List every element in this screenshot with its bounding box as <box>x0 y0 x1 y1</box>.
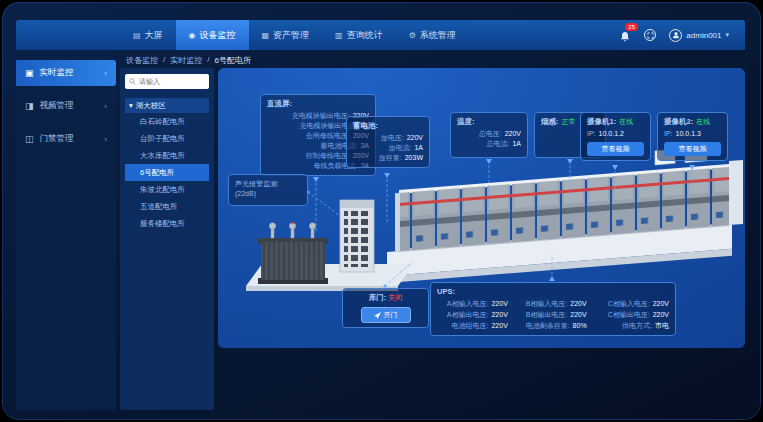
unlock-icon <box>374 312 381 319</box>
metric-label: B相输入电压: <box>516 299 567 309</box>
door-status: 关闭 <box>388 294 402 301</box>
chevron-right-icon: › <box>104 69 107 78</box>
tree-item-substation[interactable]: 五道配电所 <box>125 198 209 215</box>
tree-group-label: 湖大校区 <box>136 101 166 111</box>
metric-label: 放电压: <box>353 133 404 143</box>
ip-label: IP: <box>587 129 596 139</box>
metric-value: 220V <box>570 310 586 320</box>
tree-item-substation[interactable]: 服务楼配电所 <box>125 215 209 232</box>
metric-label: 控制母线电压: <box>267 151 350 161</box>
metric-label: 充电模块输出电压: <box>267 111 350 121</box>
fullscreen-icon[interactable] <box>644 29 656 41</box>
metric-value: 220V <box>491 299 507 309</box>
metric-label: 放容量: <box>353 153 402 163</box>
battery-panel-info: 蓄电池: 放电压:220V 放电流:1A 放容量:203W <box>346 116 430 168</box>
camera1-info: 摄像机1:在线 IP:10.0.1.2 查看视频 <box>580 112 651 161</box>
sidebar-item-label: 视频管理 <box>40 100 74 112</box>
metric-label: 母线负载电流: <box>267 161 357 171</box>
user-menu[interactable]: admin001 ▾ <box>669 29 729 42</box>
top-navbar: ▤ 大屏 ◉ 设备监控 ▦ 资产管理 ▥ 查询统计 ⚙ 系统管理 <box>16 20 745 50</box>
metric-value: 220V <box>407 133 423 143</box>
sidebar-item-realtime-monitoring[interactable]: ▣ 实时监控 › <box>16 60 116 86</box>
metric-label: 电池剩余容量: <box>516 321 570 331</box>
ups-metrics-grid: A相输入电压:220V B相输入电压:220V C相输入电压:220V A相输出… <box>437 299 669 331</box>
open-door-label: 开门 <box>384 310 398 320</box>
metric-value: 220V <box>570 299 586 309</box>
info-row: 总电压:220V <box>457 129 521 139</box>
metric-label: 供电方式: <box>595 321 652 331</box>
tab-label: 设备监控 <box>200 29 236 42</box>
metric-label: C相输出电压: <box>595 310 650 320</box>
tab-system-management[interactable]: ⚙ 系统管理 <box>396 20 469 50</box>
metric-value: 1A <box>512 139 521 149</box>
connector-arrows <box>306 159 695 288</box>
chevron-right-icon: › <box>104 102 107 111</box>
tab-query-statistics[interactable]: ▥ 查询统计 <box>322 20 396 50</box>
metric-label: A相输出电压: <box>437 310 488 320</box>
panel-title: 温度: <box>457 117 521 127</box>
breadcrumb-item[interactable]: 设备监控 <box>126 55 158 66</box>
tree-item-substation[interactable]: 大水库配电所 <box>125 147 209 164</box>
sidebar-item-label: 实时监控 <box>40 67 74 79</box>
nav-right-tools: 25 admin001 ▾ <box>619 20 745 50</box>
left-sidebar: ▣ 实时监控 › ◨ 视频管理 › ◫ 门禁管理 › <box>16 50 116 410</box>
tab-dashboard[interactable]: ▤ 大屏 <box>120 20 176 50</box>
metric-value: 220V <box>491 310 507 320</box>
metric-label: C相输入电压: <box>595 299 650 309</box>
info-row: 电池剩余容量:80% <box>516 321 587 331</box>
sidebar-item-video-management[interactable]: ◨ 视频管理 › <box>16 93 116 119</box>
query-icon: ▥ <box>335 31 343 40</box>
sound-alarm-label: 声光报警监测: <box>235 179 301 189</box>
username: admin001 <box>686 31 721 40</box>
tab-label: 查询统计 <box>347 29 383 42</box>
nav-tabs: ▤ 大屏 ◉ 设备监控 ▦ 资产管理 ▥ 查询统计 ⚙ 系统管理 <box>120 20 469 50</box>
tab-asset-management[interactable]: ▦ 资产管理 <box>249 20 323 50</box>
metric-label: 电池组电压: <box>437 321 488 331</box>
info-row: A相输出电压:220V <box>437 310 508 320</box>
chevron-down-icon: ▾ <box>725 31 729 39</box>
view-video-button[interactable]: 查看视频 <box>587 142 644 156</box>
door-icon: ◫ <box>25 134 34 144</box>
breadcrumb-item[interactable]: 实时监控 <box>170 55 202 66</box>
info-row: B相输出电压:220V <box>516 310 587 320</box>
tree-item-substation[interactable]: 朱坡北配电所 <box>125 181 209 198</box>
chevron-right-icon: › <box>104 135 107 144</box>
metric-value: 203W <box>405 153 423 163</box>
metric-value: 220V <box>653 310 669 320</box>
screen-icon: ▤ <box>133 31 141 40</box>
battery-cabinet <box>340 200 374 272</box>
search-input[interactable] <box>139 78 205 85</box>
sidebar-item-access-control[interactable]: ◫ 门禁管理 › <box>16 126 116 152</box>
tree-item-substation[interactable]: 白石岭配电所 <box>125 113 209 130</box>
sound-alarm-value: (22dB) <box>235 189 301 199</box>
tree-item-substation[interactable]: 台阶子配电所 <box>125 130 209 147</box>
notification-badge: 25 <box>625 23 638 31</box>
info-row: IP:10.0.1.2 <box>587 129 644 139</box>
metric-label: 充电模块输出电流: <box>267 121 357 131</box>
tab-label: 大屏 <box>145 29 163 42</box>
metric-value: 220V <box>491 321 507 331</box>
metric-value: 220V <box>505 129 521 139</box>
connector-lines <box>308 160 692 286</box>
tree-search[interactable] <box>125 74 209 89</box>
video-icon: ◨ <box>25 101 34 111</box>
camera2-info: 摄像机2:在线 IP:10.0.1.3 查看视频 <box>657 112 728 161</box>
equipment-pad <box>246 264 414 286</box>
open-door-button[interactable]: 开门 <box>361 307 411 323</box>
info-row: 放容量:203W <box>353 153 423 163</box>
tree-item-substation-selected[interactable]: 6号配电所 <box>125 164 209 181</box>
panel-title: 直流屏: <box>267 99 369 109</box>
metric-label: 总电压: <box>457 129 502 139</box>
info-row: C相输入电压:220V <box>595 299 669 309</box>
panel-title: 摄像机1: <box>587 117 616 127</box>
notification-bell-icon[interactable]: 25 <box>619 29 631 41</box>
view-video-button[interactable]: 查看视频 <box>664 142 721 156</box>
bell-icon <box>619 31 631 43</box>
tab-device-monitoring[interactable]: ◉ 设备监控 <box>176 20 249 50</box>
tab-label: 系统管理 <box>420 29 456 42</box>
ip-value: 10.0.1.2 <box>599 129 624 139</box>
info-row: 放电压:220V <box>353 133 423 143</box>
tree-group-header[interactable]: ▾ 湖大校区 <box>125 98 209 113</box>
logo-area <box>16 20 120 50</box>
breadcrumb-item-current: 6号配电所 <box>214 55 250 66</box>
